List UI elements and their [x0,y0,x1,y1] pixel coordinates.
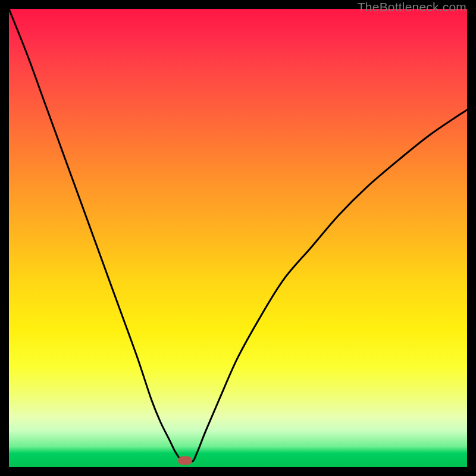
optimum-marker [178,456,192,465]
bottleneck-curve [9,9,467,467]
watermark-text: TheBottleneck.com [358,0,466,14]
chart-frame: TheBottleneck.com [0,0,476,476]
plot-area [9,9,467,467]
